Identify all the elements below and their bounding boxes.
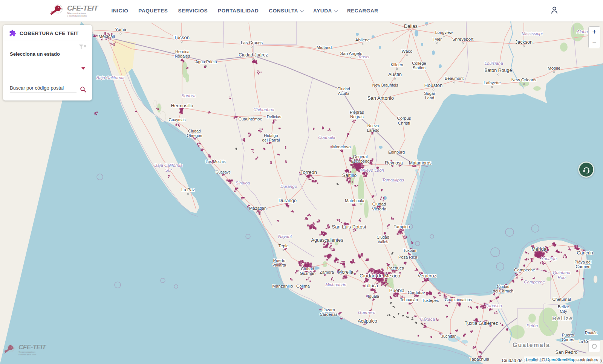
city-label: Lafayette [484, 81, 500, 85]
state-label: Nayarit [278, 234, 292, 239]
nav-item-label: PAQUETES [138, 8, 168, 14]
city-label: General [353, 154, 367, 159]
city-label: San Luis Potosí [332, 224, 366, 230]
city-marker [553, 72, 555, 73]
brand-tagline-2: e Internet para Todos [67, 15, 98, 17]
city-marker [253, 58, 254, 60]
city-label: Agua Prieta [195, 59, 217, 64]
city-label: Morelia [338, 270, 354, 275]
city-label: Tuxtla Gutiérrez [465, 321, 498, 326]
city-label: Christi [398, 121, 410, 125]
city-label: Matehuala [345, 198, 364, 203]
city-label: Durango [279, 198, 297, 203]
city-marker [362, 43, 363, 45]
state-select[interactable] [10, 63, 86, 72]
chevron-down-icon [300, 8, 304, 12]
city-marker [350, 57, 352, 58]
city-label: La Paz [181, 187, 195, 192]
map-corner-control[interactable] [588, 340, 600, 352]
search-icon[interactable] [80, 86, 87, 93]
city-label: Belize [558, 305, 569, 309]
postal-code-search-input[interactable] [10, 84, 77, 93]
city-label: Jackson [515, 40, 533, 45]
city-label: Torreón [300, 169, 317, 175]
clear-filter-icon[interactable] [78, 44, 87, 50]
zoom-out-button[interactable]: − [589, 37, 600, 48]
city-label: New Orleans [511, 78, 537, 82]
city-label: Nogales [175, 54, 190, 58]
attribution-separator: | [540, 357, 541, 362]
city-label: Victoria [372, 207, 387, 211]
support-chat-button[interactable] [578, 161, 594, 178]
state-label: Campeche [524, 280, 545, 284]
city-label: Corpus [397, 116, 411, 120]
city-label: Tuxtepec [422, 298, 439, 303]
city-label: Colima [296, 284, 310, 288]
city-label: Ciudad [376, 235, 389, 239]
nav-item-inicio[interactable]: INICIO [112, 8, 129, 14]
nav-item-portabilidad[interactable]: PORTABILIDAD [218, 8, 259, 14]
user-account-button[interactable] [549, 5, 559, 16]
brand-logo[interactable]: CFE-TEIT Telecomunicaciones e Internet p… [49, 4, 98, 18]
user-icon [549, 5, 559, 15]
city-label: Playa del [574, 260, 591, 264]
city-label: Nuevo [367, 123, 379, 128]
city-marker [453, 82, 455, 83]
lake [439, 64, 442, 68]
state-label: Oaxaca [420, 317, 435, 321]
city-label: Guaymas [169, 117, 186, 122]
nav-item-consulta[interactable]: CONSULTA [269, 8, 303, 14]
cfe-teit-coverage-page: Baja CaliforniaBaja CaliforniaSurSonoraC… [0, 0, 603, 364]
lake [415, 30, 418, 37]
country-label: Guatemala [513, 342, 550, 348]
island [154, 100, 157, 107]
nav-item-ayuda[interactable]: AYUDA [313, 8, 337, 14]
city-marker [120, 33, 121, 34]
zoom-in-button[interactable]: + [589, 27, 600, 37]
city-label: Monclova [332, 145, 351, 149]
state-label: Quintana [553, 270, 571, 275]
city-label: Aguascalientes [311, 238, 343, 243]
city-label: del Carmen [493, 289, 513, 293]
osm-copyright: © [542, 357, 545, 362]
city-label: Tepic [279, 244, 289, 248]
city-marker [462, 43, 464, 44]
openstreetmap-link[interactable]: OpenStreetMap [546, 357, 575, 362]
city-label: Ciudad [372, 202, 386, 206]
state-label: Chihuahua [253, 107, 274, 112]
city-marker [251, 46, 253, 47]
main-nav: INICIOPAQUETESSERVICIOSPORTABILIDADCONSU… [112, 8, 378, 14]
city-marker [491, 86, 493, 88]
city-label: Chetumal [552, 297, 571, 302]
city-marker [523, 46, 525, 47]
leaflet-link[interactable]: Leaflet [526, 357, 539, 362]
city-label: Ciudad [301, 267, 314, 271]
nav-item-servicios[interactable]: SERVICIOS [178, 8, 208, 14]
city-label: del Parral [262, 138, 280, 142]
state-label: Michoacán [325, 282, 346, 287]
coverage-panel-title: COBERTURA CFE TEIT [20, 30, 79, 36]
brand-tagline-1: Telecomunicaciones [67, 12, 98, 15]
city-label: Mazatlán [249, 206, 267, 210]
city-label: Baton Rouge [485, 68, 512, 73]
state-label: Tabasco [485, 303, 502, 308]
city-label: Midland [317, 45, 332, 50]
nav-item-paquetes[interactable]: PAQUETES [138, 8, 168, 14]
city-label: Guasave [216, 170, 231, 174]
cfe-eagle-icon [49, 4, 65, 18]
headset-icon [582, 165, 591, 174]
forest-area [364, 200, 369, 218]
state-label: Sur [165, 168, 172, 172]
map-zoom-control: + − [588, 26, 600, 48]
city-label: Campeche [514, 268, 535, 272]
nav-item-recargar[interactable]: RECARGAR [347, 8, 378, 14]
watermark-tagline-2: e Internet para Todos [18, 354, 46, 356]
city-label: Shreveport [452, 37, 474, 41]
city-label: Ciudad [188, 129, 200, 133]
city-label: Cortés [562, 337, 574, 342]
lake [379, 146, 383, 149]
city-label: Dallas [404, 23, 418, 29]
city-label: Reynosa [385, 160, 403, 166]
city-label: New Braunfels [372, 83, 398, 87]
city-label: Laredo [367, 128, 380, 133]
